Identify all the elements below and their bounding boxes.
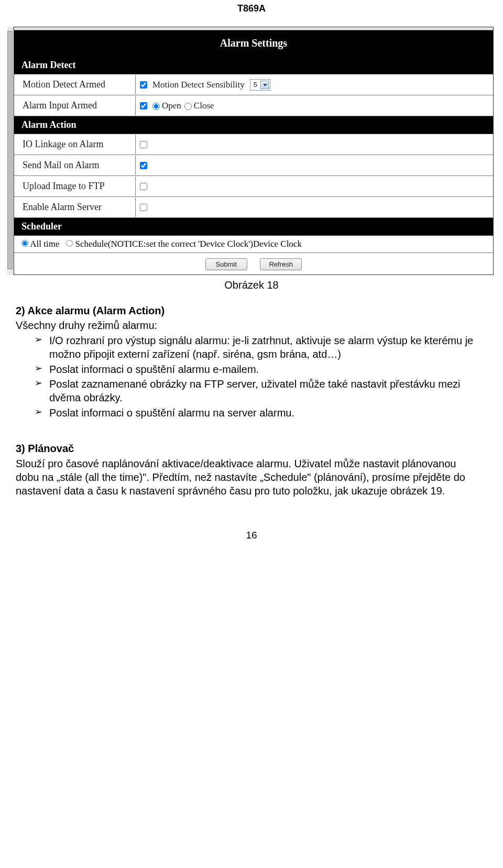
radio-close-label: Close [194,101,214,111]
checkbox-alarm-input-armed[interactable] [140,102,147,109]
checkbox-enable-alarm-server[interactable] [140,204,147,211]
label-alarm-input-armed: Alarm Input Armed [14,96,136,115]
radio-close[interactable] [184,103,192,110]
row-send-mail: Send Mail on Alarm [14,155,493,176]
section2-bullets: I/O rozhraní pro výstup signálu alarmu: … [16,334,482,420]
checkbox-upload-ftp[interactable] [140,183,147,190]
alarm-settings-panel: Alarm Settings Alarm Detect Motion Detec… [7,24,494,275]
section3-title: 3) Plánovač [16,442,482,455]
section-alarm-detect: Alarm Detect [14,57,493,74]
radio-alltime-label: All time [30,239,59,249]
chevron-down-icon [260,81,269,89]
radio-close-wrap[interactable]: Close [184,101,214,111]
section2-title: 2) Akce alarmu (Alarm Action) [16,304,482,317]
row-alarm-input-armed: Alarm Input Armed Open Close [14,95,493,116]
row-io-linkage: IO Linkage on Alarm [14,134,493,155]
list-item: Poslat zaznamenané obrázky na FTP server… [35,377,482,405]
row-motion-detect-armed: Motion Detect Armed Motion Detect Sensib… [14,74,493,95]
row-enable-alarm-server: Enable Alarm Server [14,197,493,218]
label-io-linkage: IO Linkage on Alarm [14,135,136,154]
dropdown-motion-sens[interactable]: 5 [250,79,270,91]
radio-schedule-label: Schedule(NOTICE:set the correct 'Device … [75,239,302,249]
page-number: 16 [0,498,503,552]
label-upload-ftp: Upload Image to FTP [14,177,136,196]
label-motion-sens: Motion Detect Sensibility [152,80,245,90]
scrollbar-thumb[interactable] [7,31,13,269]
section-alarm-action: Alarm Action [14,116,493,134]
document-body: 2) Akce alarmu (Alarm Action) Všechny dr… [0,304,503,498]
label-enable-alarm-server: Enable Alarm Server [14,197,136,217]
doc-header-code: T869A [0,0,503,24]
panel-title: Alarm Settings [14,30,493,57]
section3-body: Slouží pro časové naplánování aktivace/d… [16,457,482,498]
scrollbar-track[interactable] [7,27,14,275]
radio-open[interactable] [152,103,160,110]
radio-alltime-wrap[interactable]: All time [21,239,60,249]
radio-schedule-wrap[interactable]: Schedule(NOTICE:set the correct 'Device … [66,239,302,249]
radio-alltime[interactable] [21,240,28,247]
radio-open-wrap[interactable]: Open [152,101,181,111]
row-upload-ftp: Upload Image to FTP [14,176,493,197]
list-item: I/O rozhraní pro výstup signálu alarmu: … [35,334,482,361]
figure-caption: Obrázek 18 [0,275,503,304]
label-motion-detect-armed: Motion Detect Armed [14,75,136,94]
row-scheduler-mode: All time Schedule(NOTICE:set the correct… [14,236,493,253]
radio-open-label: Open [162,101,181,111]
radio-schedule[interactable] [66,240,73,247]
list-item: Poslat informaci o spuštění alarmu na se… [35,406,482,420]
checkbox-io-linkage[interactable] [140,141,147,148]
list-item: Poslat informaci o spuštění alarmu e-mai… [35,362,482,376]
section-scheduler: Scheduler [14,218,493,236]
refresh-button[interactable]: Refresh [260,258,302,270]
submit-button[interactable]: Submit [205,258,247,270]
button-row: Submit Refresh [14,253,493,274]
section2-intro: Všechny druhy režimů alarmu: [16,318,482,332]
label-send-mail: Send Mail on Alarm [14,156,136,175]
checkbox-motion-detect-armed[interactable] [140,81,147,89]
dropdown-motion-sens-value: 5 [254,81,257,89]
checkbox-send-mail[interactable] [140,162,147,169]
